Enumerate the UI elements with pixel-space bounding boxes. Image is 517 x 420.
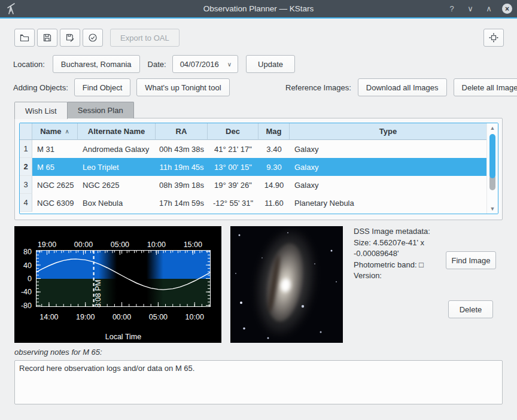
- chevron-down-icon: ∨: [227, 61, 232, 68]
- cell-ra[interactable]: 11h 19m 45s: [156, 158, 208, 176]
- observing-notes-input[interactable]: Record here observation logs and/or data…: [14, 360, 503, 404]
- date-value: 04/07/2016: [180, 60, 219, 69]
- save-list-as-button[interactable]: [60, 29, 80, 47]
- metadata-band: Photometric band: □: [354, 260, 445, 271]
- cell-type[interactable]: Galaxy: [290, 176, 487, 194]
- cell-dec[interactable]: 41° 21' 17": [208, 140, 258, 158]
- column-header-name[interactable]: Name∧: [32, 123, 78, 140]
- scroll-down-icon[interactable]: ▼: [487, 204, 498, 214]
- table-scrollbar[interactable]: ▲ ▼: [486, 123, 498, 214]
- cell-alt-name[interactable]: Leo Triplet: [78, 158, 156, 176]
- export-oal-button[interactable]: Export to OAL: [110, 29, 180, 47]
- save-icon: [42, 33, 52, 42]
- find-image-button[interactable]: Find Image: [446, 251, 496, 269]
- cell-alt-name[interactable]: Andromeda Galaxy: [78, 140, 156, 158]
- svg-text:80: 80: [23, 248, 32, 256]
- table-corner-header: [20, 123, 32, 140]
- wish-list-pane: Name∧Alternate NameRADecMagType1M 31Andr…: [14, 118, 503, 220]
- cell-mag[interactable]: 3.40: [258, 140, 290, 158]
- observing-notes-label: observing notes for M 65:: [14, 348, 102, 357]
- cell-type[interactable]: Galaxy: [290, 140, 487, 158]
- svg-text:-80: -80: [21, 302, 32, 310]
- altitude-vs-time-chart: 14:0019:0000:0005:0010:0019:0000:0005:00…: [14, 226, 221, 343]
- delete-all-images-button[interactable]: Delete all Images: [454, 78, 517, 96]
- titlebar[interactable]: Observation Planner — KStars ? ∨ ∧ ×: [0, 0, 517, 17]
- row-number[interactable]: 4: [20, 194, 32, 212]
- toolbar: Export to OAL: [14, 29, 180, 47]
- objects-table[interactable]: Name∧Alternate NameRADecMagType1M 31Andr…: [19, 123, 498, 214]
- cell-mag[interactable]: 14.90: [258, 176, 290, 194]
- minimize-button[interactable]: ∨: [465, 4, 476, 14]
- sort-ascending-icon: ∧: [65, 128, 69, 135]
- scroll-up-icon[interactable]: ▲: [487, 123, 498, 133]
- scrollbar-track[interactable]: [487, 133, 498, 204]
- cell-mag[interactable]: 11.60: [258, 194, 290, 212]
- find-object-button[interactable]: Find Object: [74, 78, 130, 96]
- cell-name[interactable]: NGC 6309: [32, 194, 78, 212]
- reference-images-row: Reference Images: Download all Images De…: [285, 78, 517, 96]
- metadata-size-2: -0.00089648': [354, 248, 445, 260]
- cell-alt-name[interactable]: NGC 2625: [78, 176, 156, 194]
- stars: [230, 226, 232, 227]
- metadata-version: Version:: [354, 270, 445, 282]
- svg-text:Local Time: Local Time: [105, 333, 141, 341]
- column-header-ra[interactable]: RA: [156, 123, 208, 140]
- svg-text:-40: -40: [21, 288, 32, 296]
- column-header-alternate-name[interactable]: Alternate Name: [78, 123, 156, 140]
- cell-dec[interactable]: 13° 00' 15": [208, 158, 258, 176]
- tab-session-plan[interactable]: Session Plan: [67, 102, 134, 118]
- fit-to-window-icon: [489, 33, 498, 42]
- maximize-button[interactable]: ∧: [483, 4, 494, 14]
- column-header-mag[interactable]: Mag: [258, 123, 290, 140]
- save-list-button[interactable]: [37, 29, 57, 47]
- cell-name[interactable]: NGC 2625: [32, 176, 78, 194]
- wizard-button[interactable]: [83, 29, 103, 47]
- date-combobox[interactable]: 04/07/2016 ∨: [172, 55, 238, 73]
- svg-text:05:00: 05:00: [149, 313, 168, 321]
- column-header-type[interactable]: Type: [290, 123, 487, 140]
- scrollbar-thumb[interactable]: [489, 134, 495, 178]
- wut-tool-button[interactable]: What's up Tonight tool: [136, 78, 229, 96]
- cell-name[interactable]: M 65: [32, 158, 78, 176]
- window-title: Observation Planner — KStars: [0, 4, 517, 13]
- cell-ra[interactable]: 08h 39m 18s: [156, 176, 208, 194]
- svg-text:00:00: 00:00: [74, 241, 93, 249]
- check-circle-icon: [88, 33, 98, 42]
- cell-ra[interactable]: 00h 43m 38s: [156, 140, 208, 158]
- svg-text:10:00: 10:00: [185, 313, 204, 321]
- dss-image: [230, 226, 343, 343]
- fit-window-button[interactable]: [483, 29, 504, 47]
- adding-objects-row: Adding Objects: Find Object What's up To…: [13, 78, 230, 96]
- tab-wish-list[interactable]: Wish List: [14, 102, 68, 119]
- metadata-title: DSS Image metadata:: [354, 226, 445, 238]
- date-label: Date:: [148, 60, 166, 69]
- save-as-icon: [65, 33, 75, 42]
- cell-dec[interactable]: -12° 55' 31": [208, 194, 258, 212]
- delete-image-button[interactable]: Delete: [448, 300, 493, 318]
- column-header-dec[interactable]: Dec: [208, 123, 258, 140]
- update-button[interactable]: Update: [246, 55, 295, 73]
- row-number[interactable]: 3: [20, 176, 32, 194]
- open-list-button[interactable]: [14, 29, 35, 47]
- row-number[interactable]: 1: [20, 140, 32, 158]
- adding-objects-label: Adding Objects:: [13, 83, 68, 92]
- row-number[interactable]: 2: [20, 158, 32, 176]
- cell-type[interactable]: Planetary Nebula: [290, 194, 487, 212]
- cell-alt-name[interactable]: Box Nebula: [78, 194, 156, 212]
- location-button[interactable]: Bucharest, Romania: [53, 55, 140, 73]
- svg-text:10:00: 10:00: [147, 241, 166, 249]
- download-all-images-button[interactable]: Download all Images: [358, 78, 447, 96]
- svg-text:05:00: 05:00: [111, 241, 129, 249]
- svg-text:00:00: 00:00: [112, 313, 131, 321]
- close-button[interactable]: ×: [502, 4, 512, 14]
- location-label: Location:: [13, 60, 45, 69]
- cell-type[interactable]: Galaxy: [290, 158, 487, 176]
- help-button[interactable]: ?: [446, 4, 457, 14]
- svg-text:8:08 PM: 8:08 PM: [94, 280, 102, 308]
- cell-name[interactable]: M 31: [32, 140, 78, 158]
- cell-mag[interactable]: 9.30: [258, 158, 290, 176]
- cell-dec[interactable]: 19° 39' 26": [208, 176, 258, 194]
- cell-ra[interactable]: 17h 14m 59s: [156, 194, 208, 212]
- svg-text:19:00: 19:00: [38, 241, 56, 249]
- svg-text:0: 0: [28, 275, 32, 283]
